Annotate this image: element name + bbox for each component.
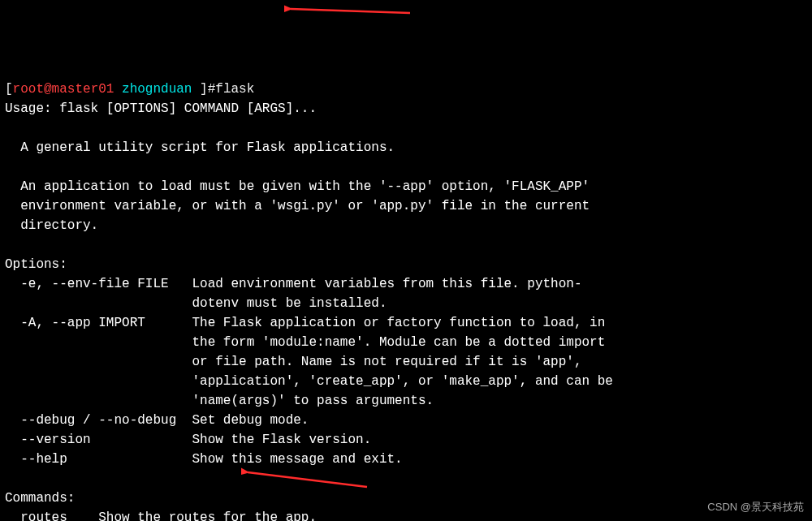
option-app-cont: 'application', 'create_app', or 'make_ap… [5, 374, 613, 389]
options-header: Options: [5, 257, 67, 272]
desc-line: directory. [5, 218, 98, 233]
command-routes: routes Show the routes for the app. [5, 510, 317, 521]
desc-line: An application to load must be given wit… [5, 179, 590, 194]
watermark: CSDN @景天科技苑 [707, 499, 804, 515]
prompt-sep [114, 82, 122, 97]
terminal-output: [root@master01 zhognduan ]#flask Usage: … [5, 80, 807, 521]
prompt-bracket-close: ]# [192, 82, 215, 97]
option-debug: --debug / --no-debug Set debug mode. [5, 413, 309, 428]
commands-header: Commands: [5, 491, 75, 506]
option-help: --help Show this message and exit. [5, 452, 403, 467]
annotation-arrow-icon [284, 2, 414, 18]
option-app: -A, --app IMPORT The Flask application o… [5, 316, 605, 330]
prompt-cwd: zhognduan [122, 82, 192, 97]
desc-line: A general utility script for Flask appli… [5, 140, 395, 155]
option-env-file: -e, --env-file FILE Load environment var… [5, 277, 582, 291]
prompt-user-host: root@master01 [13, 82, 114, 97]
option-version: --version Show the Flask version. [5, 433, 371, 447]
option-app-cont: or file path. Name is not required if it… [5, 355, 582, 369]
option-app-cont: the form 'module:name'. Module can be a … [5, 335, 605, 350]
usage-line: Usage: flask [OPTIONS] COMMAND [ARGS]... [5, 101, 317, 116]
option-app-cont: 'name(args)' to pass arguments. [5, 394, 434, 408]
desc-line: environment variable, or with a 'wsgi.py… [5, 199, 590, 213]
svg-line-1 [291, 9, 410, 13]
command-input[interactable]: flask [215, 82, 254, 97]
prompt-bracket-open: [ [5, 82, 13, 97]
option-env-file-cont: dotenv must be installed. [5, 296, 387, 311]
